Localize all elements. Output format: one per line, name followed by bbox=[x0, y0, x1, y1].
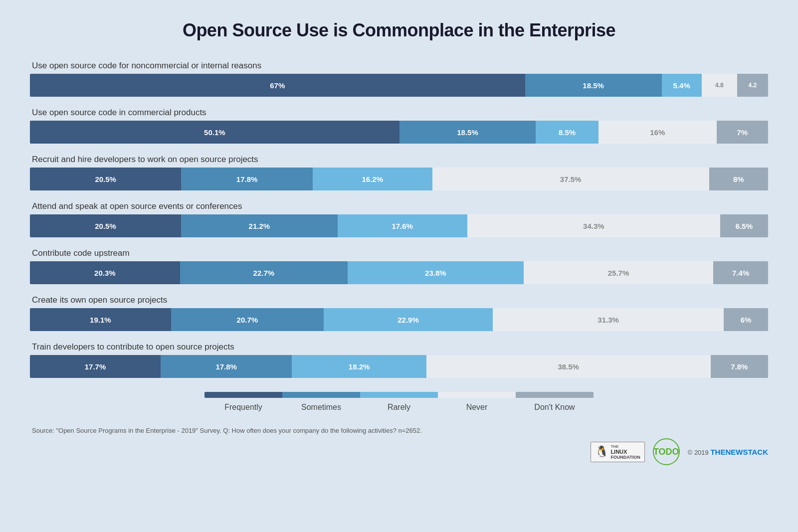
linux-foundation-text: THE LINUX FOUNDATION bbox=[610, 444, 640, 460]
linux-foundation-logo: 🐧 THE LINUX FOUNDATION bbox=[591, 442, 644, 462]
row-label-4: Contribute code upstream bbox=[30, 248, 768, 258]
tux-icon: 🐧 bbox=[595, 445, 608, 458]
row-label-0: Use open source code for noncommercial o… bbox=[30, 61, 768, 71]
source-line: Source: "Open Source Programs in the Ent… bbox=[30, 427, 768, 434]
legend-seg-dontknow bbox=[516, 392, 594, 398]
seg-sometimes-6: 17.8% bbox=[161, 355, 292, 378]
seg-rarely-2: 16.2% bbox=[313, 168, 432, 190]
row-group-5: Create its own open source projects19.1%… bbox=[30, 295, 768, 331]
row-label-2: Recruit and hire developers to work on o… bbox=[30, 155, 768, 165]
seg-frequently-2: 20.5% bbox=[30, 168, 181, 190]
seg-never-5: 31.3% bbox=[493, 308, 724, 331]
bars-container: Use open source code for noncommercial o… bbox=[30, 61, 768, 378]
bar-row-5: 19.1%20.7%22.9%31.3%6% bbox=[30, 308, 768, 331]
bar-row-6: 17.7%17.8%18.2%38.5%7.8% bbox=[30, 355, 768, 378]
seg-frequently-6: 17.7% bbox=[30, 355, 161, 378]
seg-frequently-4: 20.3% bbox=[30, 261, 180, 284]
row-label-1: Use open source code in commercial produ… bbox=[30, 108, 768, 118]
brand-name: THENEWSTACK bbox=[710, 448, 768, 456]
legend-area: FrequentlySometimesRarelyNeverDon't Know bbox=[30, 392, 768, 412]
seg-sometimes-0: 18.5% bbox=[525, 74, 662, 97]
bar-row-1: 50.1%18.5%8.5%16%7% bbox=[30, 121, 768, 144]
row-group-2: Recruit and hire developers to work on o… bbox=[30, 155, 768, 190]
seg-never-0: 4.8 bbox=[702, 74, 737, 97]
legend-label-1: Sometimes bbox=[282, 403, 360, 412]
footer-right: © 2019 THENEWSTACK bbox=[688, 448, 768, 456]
seg-rarely-1: 8.5% bbox=[536, 121, 598, 144]
seg-rarely-4: 23.8% bbox=[348, 261, 524, 284]
seg-dontknow-3: 6.5% bbox=[720, 214, 768, 237]
row-label-5: Create its own open source projects bbox=[30, 295, 768, 305]
footer-logos: 🐧 THE LINUX FOUNDATION TODO © 2019 THENE… bbox=[30, 438, 768, 465]
legend-label-4: Don't Know bbox=[516, 403, 594, 412]
todo-logo: TODO bbox=[653, 438, 680, 465]
seg-sometimes-3: 21.2% bbox=[181, 214, 337, 237]
seg-dontknow-5: 6% bbox=[724, 308, 768, 331]
legend-label-3: Never bbox=[438, 403, 516, 412]
legend-bar bbox=[204, 392, 594, 398]
seg-dontknow-1: 7% bbox=[717, 121, 769, 144]
legend-label-2: Rarely bbox=[360, 403, 438, 412]
seg-dontknow-6: 7.8% bbox=[711, 355, 768, 378]
legend-seg-rarely bbox=[360, 392, 438, 398]
chart-title: Open Source Use is Commonplace in the En… bbox=[30, 20, 768, 41]
row-group-6: Train developers to contribute to open s… bbox=[30, 342, 768, 378]
bar-row-0: 67%18.5%5.4%4.84.2 bbox=[30, 74, 768, 97]
seg-dontknow-0: 4.2 bbox=[737, 74, 768, 97]
seg-rarely-6: 18.2% bbox=[292, 355, 426, 378]
seg-dontknow-2: 8% bbox=[709, 168, 768, 190]
bar-row-4: 20.3%22.7%23.8%25.7%7.4% bbox=[30, 261, 768, 284]
seg-never-3: 34.3% bbox=[467, 214, 720, 237]
legend-seg-never bbox=[438, 392, 516, 398]
seg-never-6: 38.5% bbox=[426, 355, 711, 378]
legend-labels: FrequentlySometimesRarelyNeverDon't Know bbox=[204, 403, 594, 412]
seg-dontknow-4: 7.4% bbox=[713, 261, 768, 284]
row-group-0: Use open source code for noncommercial o… bbox=[30, 61, 768, 97]
legend-label-0: Frequently bbox=[204, 403, 282, 412]
seg-rarely-0: 5.4% bbox=[662, 74, 702, 97]
seg-sometimes-5: 20.7% bbox=[171, 308, 324, 331]
row-label-3: Attend and speak at open source events o… bbox=[30, 201, 768, 211]
seg-never-4: 25.7% bbox=[524, 261, 714, 284]
seg-rarely-5: 22.9% bbox=[324, 308, 493, 331]
seg-sometimes-2: 17.8% bbox=[181, 168, 312, 190]
seg-frequently-5: 19.1% bbox=[30, 308, 171, 331]
legend-seg-sometimes bbox=[282, 392, 360, 398]
seg-rarely-3: 17.6% bbox=[338, 214, 467, 237]
seg-sometimes-4: 22.7% bbox=[180, 261, 348, 284]
bar-row-2: 20.5%17.8%16.2%37.5%8% bbox=[30, 168, 768, 190]
copyright-line: © 2019 THENEWSTACK bbox=[688, 448, 768, 456]
seg-never-2: 37.5% bbox=[432, 168, 709, 190]
bar-row-3: 20.5%21.2%17.6%34.3%6.5% bbox=[30, 214, 768, 237]
seg-frequently-0: 67% bbox=[30, 74, 525, 97]
seg-frequently-1: 50.1% bbox=[30, 121, 399, 144]
row-label-6: Train developers to contribute to open s… bbox=[30, 342, 768, 352]
seg-frequently-3: 20.5% bbox=[30, 214, 181, 237]
row-group-3: Attend and speak at open source events o… bbox=[30, 201, 768, 237]
row-group-4: Contribute code upstream20.3%22.7%23.8%2… bbox=[30, 248, 768, 284]
legend-seg-frequently bbox=[204, 392, 282, 398]
chart-container: Open Source Use is Commonplace in the En… bbox=[30, 20, 768, 465]
seg-sometimes-1: 18.5% bbox=[399, 121, 536, 144]
seg-never-1: 16% bbox=[598, 121, 717, 144]
row-group-1: Use open source code in commercial produ… bbox=[30, 108, 768, 144]
